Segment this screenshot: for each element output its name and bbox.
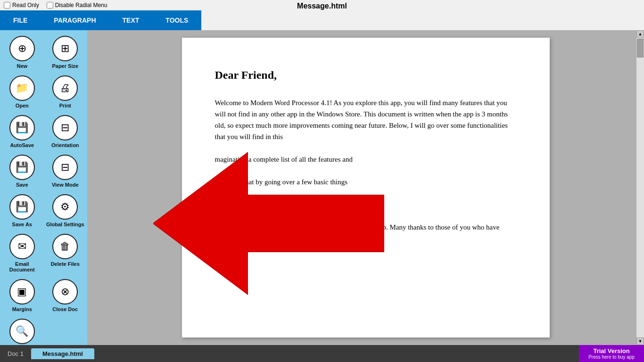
orientation-icon: ⊟	[52, 115, 78, 140]
scroll-down-btn[interactable]: ▼	[636, 337, 644, 345]
autosave-label: AutoSave	[10, 142, 34, 148]
trial-sub: Press here to buy app	[588, 354, 635, 360]
sidebar: ⊕New⊞Paper Size📁Open🖨Print💾AutoSave⊟Orie…	[0, 30, 87, 345]
menu-bar: FILE PARAGRAPH TEXT TOOLS	[0, 10, 644, 30]
sidebar-item-email-document[interactable]: ✉Email Document	[2, 232, 42, 274]
doc-para2: magination a complete list of all the fe…	[215, 154, 517, 165]
doc-para3: I do hope that by going over a few basic…	[215, 176, 517, 188]
disable-radial-checkbox-label[interactable]: Disable Radial Menu	[47, 2, 107, 8]
view-mode-label: View Mode	[52, 182, 79, 188]
orientation-label: Orientation	[51, 142, 79, 148]
sidebar-item-open[interactable]: 📁Open	[2, 74, 42, 110]
email-document-label: Email Document	[3, 261, 41, 272]
sidebar-item-orientation[interactable]: ⊟Orientation	[45, 113, 86, 150]
top-bar: Read Only Disable Radial Menu Message.ht…	[0, 0, 644, 10]
doc-para5: I've gotten a lot of user feedback since…	[215, 222, 517, 244]
global-settings-icon: ⚙	[52, 194, 78, 220]
paper-size-icon: ⊞	[52, 36, 78, 61]
sidebar-item-print[interactable]: 🖨Print	[45, 74, 86, 110]
sidebar-item-save-as[interactable]: 💾Save As	[2, 192, 42, 229]
sidebar-item-new[interactable]: ⊕New	[2, 34, 42, 71]
sidebar-item-zoom[interactable]: 🔍Zoom	[2, 317, 42, 345]
doc-tab[interactable]: Message.html	[31, 348, 94, 359]
save-label: Save	[16, 182, 28, 188]
doc-page: Dear Friend, Welcome to Modern Word Proc…	[182, 38, 550, 337]
paper-size-label: Paper Size	[52, 63, 78, 69]
readonly-checkbox-label[interactable]: Read Only	[4, 2, 39, 8]
doc-para1: Welcome to Modern Word Processor 4.1! As…	[215, 97, 517, 142]
sidebar-item-close-doc[interactable]: ⊗Close Doc	[45, 277, 86, 314]
disable-radial-checkbox[interactable]	[47, 2, 53, 8]
open-icon: 📁	[9, 75, 35, 101]
readonly-label: Read Only	[12, 2, 39, 8]
menu-file[interactable]: FILE	[0, 10, 41, 30]
new-icon: ⊕	[9, 36, 35, 61]
menu-text[interactable]: TEXT	[109, 10, 153, 30]
doc-para4: amiliarizing with the UI and other aspec…	[215, 199, 517, 210]
sidebar-item-delete-files[interactable]: 🗑Delete Files	[45, 232, 86, 274]
sidebar-item-paper-size[interactable]: ⊞Paper Size	[45, 34, 86, 71]
print-label: Print	[59, 103, 71, 108]
scrollbar-right[interactable]: ▲ ▼	[636, 30, 644, 345]
scroll-up-btn[interactable]: ▲	[636, 30, 644, 38]
menu-tools[interactable]: TOOLS	[152, 10, 201, 30]
close-doc-label: Close Doc	[52, 306, 78, 312]
autosave-icon: 💾	[9, 115, 35, 140]
sidebar-item-margins[interactable]: ▣Margins	[2, 277, 42, 314]
global-settings-label: Global Settings	[46, 222, 84, 227]
readonly-checkbox[interactable]	[4, 2, 10, 8]
trial-title: Trial Version	[593, 347, 629, 354]
print-icon: 🖨	[52, 75, 78, 101]
save-icon: 💾	[9, 155, 35, 180]
open-label: Open	[16, 103, 29, 108]
view-mode-icon: ⊟	[52, 155, 78, 180]
menu-paragraph[interactable]: PARAGRAPH	[41, 10, 109, 30]
email-document-icon: ✉	[9, 234, 35, 259]
sidebar-item-view-mode[interactable]: ⊟View Mode	[45, 153, 86, 189]
doc-greeting: Dear Friend,	[215, 66, 517, 84]
delete-files-label: Delete Files	[51, 261, 80, 267]
zoom-icon: 🔍	[9, 319, 35, 344]
doc-label: Doc 1	[0, 350, 31, 357]
new-label: New	[17, 63, 27, 69]
disable-radial-label: Disable Radial Menu	[55, 2, 107, 8]
sidebar-item-autosave[interactable]: 💾AutoSave	[2, 113, 42, 150]
save-as-icon: 💾	[9, 194, 35, 220]
margins-label: Margins	[12, 306, 32, 312]
sidebar-item-global-settings[interactable]: ⚙Global Settings	[45, 192, 86, 229]
bottom-bar: Doc 1 Message.html Trial Version Press h…	[0, 345, 644, 362]
trial-version-button[interactable]: Trial Version Press here to buy app	[579, 345, 644, 362]
save-as-label: Save As	[12, 222, 32, 227]
close-doc-icon: ⊗	[52, 279, 78, 304]
sidebar-item-save[interactable]: 💾Save	[2, 153, 42, 189]
margins-icon: ▣	[9, 279, 35, 304]
delete-files-icon: 🗑	[52, 234, 78, 259]
doc-area: Dear Friend, Welcome to Modern Word Proc…	[87, 30, 644, 345]
scroll-thumb[interactable]	[637, 39, 644, 58]
main-layout: ⊕New⊞Paper Size📁Open🖨Print💾AutoSave⊟Orie…	[0, 30, 644, 345]
